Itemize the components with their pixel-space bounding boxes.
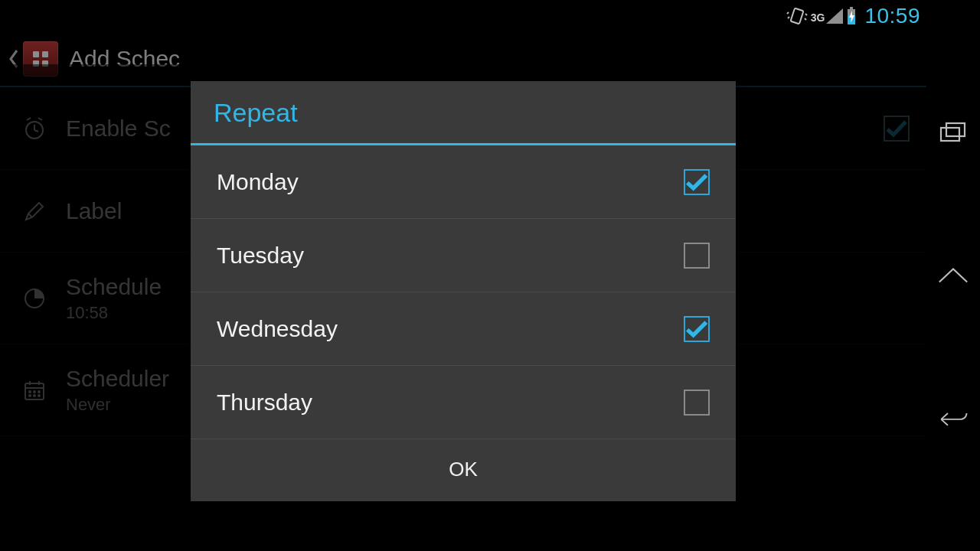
checkbox-tuesday[interactable] bbox=[684, 243, 710, 269]
option-wednesday[interactable]: Wednesday bbox=[191, 292, 736, 366]
back-button[interactable] bbox=[937, 406, 969, 431]
option-label: Tuesday bbox=[217, 243, 304, 269]
home-button[interactable] bbox=[937, 263, 969, 288]
status-bar: 3G 10:59 bbox=[0, 0, 926, 32]
option-label: Monday bbox=[217, 169, 299, 195]
svg-rect-0 bbox=[941, 128, 959, 141]
option-label: Thursday bbox=[217, 390, 312, 416]
svg-line-5 bbox=[805, 14, 807, 15]
svg-rect-2 bbox=[790, 8, 803, 24]
dialog-title: Repeat bbox=[191, 81, 736, 143]
svg-line-6 bbox=[805, 18, 806, 20]
battery-charging-icon bbox=[846, 7, 857, 25]
svg-rect-13 bbox=[42, 51, 48, 57]
repeat-dialog: Repeat Monday Tuesday Wednesday bbox=[191, 81, 736, 501]
ok-button[interactable]: OK bbox=[191, 439, 736, 501]
svg-rect-9 bbox=[850, 7, 853, 9]
network-label: 3G bbox=[811, 11, 825, 24]
option-label: Wednesday bbox=[217, 316, 338, 342]
vibrate-icon bbox=[786, 6, 808, 26]
checkbox-thursday[interactable] bbox=[684, 390, 710, 416]
svg-line-4 bbox=[788, 17, 789, 18]
network-3g-icon: 3G bbox=[811, 8, 844, 24]
option-monday[interactable]: Monday bbox=[191, 145, 736, 219]
checkbox-monday[interactable] bbox=[684, 169, 710, 195]
status-clock: 10:59 bbox=[864, 4, 920, 28]
svg-rect-12 bbox=[33, 51, 39, 57]
option-thursday[interactable]: Thursday bbox=[191, 366, 736, 439]
option-tuesday[interactable]: Tuesday bbox=[191, 219, 736, 292]
checkbox-wednesday[interactable] bbox=[684, 316, 710, 342]
svg-marker-7 bbox=[826, 8, 843, 24]
recent-apps-button[interactable] bbox=[937, 120, 969, 145]
svg-line-3 bbox=[787, 12, 789, 14]
system-nav-bar bbox=[926, 0, 980, 551]
svg-rect-1 bbox=[946, 123, 965, 136]
dialog-overlay: Repeat Monday Tuesday Wednesday bbox=[0, 64, 926, 551]
